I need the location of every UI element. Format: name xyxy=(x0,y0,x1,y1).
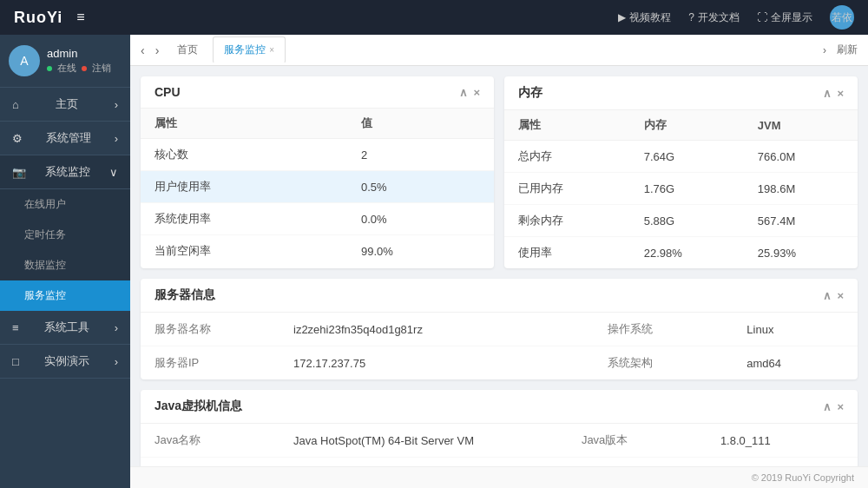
cpu-row-value: 0.5% xyxy=(347,171,494,203)
header: RuoYi ≡ ▶ 视频教程 ? 开发文档 ⛶ 全屏显示 若依 xyxy=(0,0,868,35)
mem-row-memory: 7.64G xyxy=(630,141,744,173)
fullscreen-icon: ⛶ xyxy=(757,11,767,23)
server-card-controls: ∧ × xyxy=(823,289,844,302)
table-row: 服务器名称iz2zehi23fn35q4od1g81rz操作系统Linux xyxy=(141,313,858,346)
user-status: 在线 注销 xyxy=(47,62,122,75)
sidebar-item-home[interactable]: ⌂ 主页 › xyxy=(0,88,130,122)
user-avatar[interactable]: 若依 xyxy=(830,5,854,30)
cpu-card-body: 属性 值 核心数2用户使用率0.5%系统使用率0.0%当前空闲率99.0% xyxy=(141,109,494,267)
sidebar-item-cron-job[interactable]: 定时任务 xyxy=(0,220,130,250)
cpu-row-value: 99.0% xyxy=(347,235,494,267)
jvm-value1: 2019-07-27 11:07:16 xyxy=(279,458,568,467)
mem-row-memory: 5.88G xyxy=(630,205,744,237)
logout-label[interactable]: 注销 xyxy=(92,62,111,75)
server-label2: 系统架构 xyxy=(594,346,733,380)
demo-icon: □ xyxy=(12,355,19,368)
cards-row-1: CPU ∧ × 属性 值 xyxy=(141,76,858,268)
sidebar-item-data-monitor[interactable]: 数据监控 xyxy=(0,250,130,280)
memory-collapse-btn[interactable]: ∧ xyxy=(823,87,832,100)
tabs-scroll-right-btn[interactable]: › xyxy=(819,43,830,58)
sidebar-item-demo[interactable]: □ 实例演示 › xyxy=(0,345,130,379)
server-label1: 服务器名称 xyxy=(141,313,279,346)
server-close-btn[interactable]: × xyxy=(837,289,844,302)
docs-icon: ? xyxy=(688,11,694,23)
mem-row-attr: 使用率 xyxy=(504,237,630,269)
tab-close-icon[interactable]: × xyxy=(269,45,274,55)
mem-col-jvm: JVM xyxy=(744,110,858,141)
cpu-close-btn[interactable]: × xyxy=(473,86,480,99)
cpu-row-attr: 当前空闲率 xyxy=(141,235,347,267)
app-logo: RuoYi xyxy=(14,9,62,27)
jvm-card: Java虚拟机信息 ∧ × Java名称Java HotSpot(TM) 64-… xyxy=(141,390,858,466)
mem-col-memory: 内存 xyxy=(630,110,744,141)
tabs-left: ‹ › 首页 服务监控 × xyxy=(137,36,286,63)
mem-row-attr: 剩余内存 xyxy=(504,205,630,237)
main-content: ‹ › 首页 服务监控 × › 刷新 xyxy=(130,35,868,488)
memory-close-btn[interactable]: × xyxy=(837,87,844,100)
user-details: admin 在线 注销 xyxy=(47,47,122,75)
menu-toggle-icon[interactable]: ≡ xyxy=(76,10,84,25)
table-row: 启动时间2019-07-27 11:07:16运行时长0天7小时48分钟 xyxy=(141,458,858,467)
table-row: 已用内存1.76G198.6M xyxy=(504,173,858,205)
cpu-card: CPU ∧ × 属性 值 xyxy=(141,76,494,268)
table-row: Java名称Java HotSpot(TM) 64-Bit Server VMJ… xyxy=(141,424,858,458)
server-table: 服务器名称iz2zehi23fn35q4od1g81rz操作系统Linux服务器… xyxy=(141,313,858,379)
server-card-header: 服务器信息 ∧ × xyxy=(141,279,858,313)
online-label[interactable]: 在线 xyxy=(57,62,76,75)
mem-row-memory: 22.98% xyxy=(630,237,744,269)
cpu-col-attr: 属性 xyxy=(141,109,347,139)
monitor-icon: 📷 xyxy=(12,166,26,179)
tabs-refresh-btn[interactable]: 刷新 xyxy=(833,41,861,59)
tabs-forward-btn[interactable]: › xyxy=(152,42,163,59)
server-label1: 服务器IP xyxy=(141,346,279,380)
sidebar-item-sys-monitor[interactable]: 📷 系统监控 ∨ xyxy=(0,155,130,189)
table-row: 核心数2 xyxy=(141,139,494,171)
tabs-right: › 刷新 xyxy=(819,41,861,59)
online-status-dot xyxy=(47,66,52,71)
jvm-label2: Java版本 xyxy=(568,424,707,458)
video-tutorial-link[interactable]: ▶ 视频教程 xyxy=(618,10,671,25)
server-card-title: 服务器信息 xyxy=(155,287,215,303)
page-footer: © 2019 RuoYi Copyright xyxy=(130,466,868,488)
username-label: admin xyxy=(47,47,122,60)
tab-service-monitor[interactable]: 服务监控 × xyxy=(213,36,286,63)
header-right: ▶ 视频教程 ? 开发文档 ⛶ 全屏显示 若依 xyxy=(618,5,854,30)
cpu-card-header: CPU ∧ × xyxy=(141,76,494,109)
jvm-value2: 0天7小时48分钟 xyxy=(707,458,858,467)
cpu-row-attr: 系统使用率 xyxy=(141,203,347,235)
fullscreen-link[interactable]: ⛶ 全屏显示 xyxy=(757,10,812,25)
cpu-row-value: 0.0% xyxy=(347,203,494,235)
table-row: 总内存7.64G766.0M xyxy=(504,141,858,173)
sidebar-item-service-monitor[interactable]: 服务监控 xyxy=(0,280,130,311)
table-row: 当前空闲率99.0% xyxy=(141,235,494,267)
cpu-col-value: 值 xyxy=(347,109,494,139)
tabs-back-btn[interactable]: ‹ xyxy=(137,42,148,59)
jvm-collapse-btn[interactable]: ∧ xyxy=(823,400,832,413)
jvm-card-controls: ∧ × xyxy=(823,400,844,413)
server-value2: amd64 xyxy=(733,346,858,380)
server-card: 服务器信息 ∧ × 服务器名称iz2zehi23fn35q4od1g81rz操作… xyxy=(141,279,858,379)
tab-home[interactable]: 首页 xyxy=(166,36,209,63)
jvm-label1: 启动时间 xyxy=(141,458,279,467)
jvm-value2: 1.8.0_111 xyxy=(707,424,858,458)
cpu-collapse-btn[interactable]: ∧ xyxy=(459,86,468,99)
sidebar-item-sys-manage[interactable]: ⚙ 系统管理 › xyxy=(0,122,130,155)
gear-icon: ⚙ xyxy=(12,132,23,145)
chevron-right-icon: › xyxy=(115,355,118,368)
jvm-card-header: Java虚拟机信息 ∧ × xyxy=(141,390,858,424)
jvm-close-btn[interactable]: × xyxy=(837,400,844,413)
jvm-label2: 运行时长 xyxy=(568,458,707,467)
dev-docs-link[interactable]: ? 开发文档 xyxy=(688,10,740,25)
mem-row-jvm: 25.93% xyxy=(744,237,858,269)
chevron-right-icon: › xyxy=(115,132,118,145)
sidebar-item-sys-tools[interactable]: ≡ 系统工具 › xyxy=(0,311,130,345)
server-value2: Linux xyxy=(733,313,858,346)
sidebar-item-online-user[interactable]: 在线用户 xyxy=(0,189,130,220)
memory-card-body: 属性 内存 JVM 总内存7.64G766.0M已用内存1.76G198.6M剩… xyxy=(504,110,858,268)
server-collapse-btn[interactable]: ∧ xyxy=(823,289,832,302)
mem-row-attr: 总内存 xyxy=(504,141,630,173)
server-label2: 操作系统 xyxy=(594,313,733,346)
layout: A admin 在线 注销 ⌂ 主页 › ⚙ 系统管理 › 📷 系统监控 xyxy=(0,35,868,488)
mem-row-jvm: 567.4M xyxy=(744,205,858,237)
header-left: RuoYi ≡ xyxy=(14,9,85,27)
